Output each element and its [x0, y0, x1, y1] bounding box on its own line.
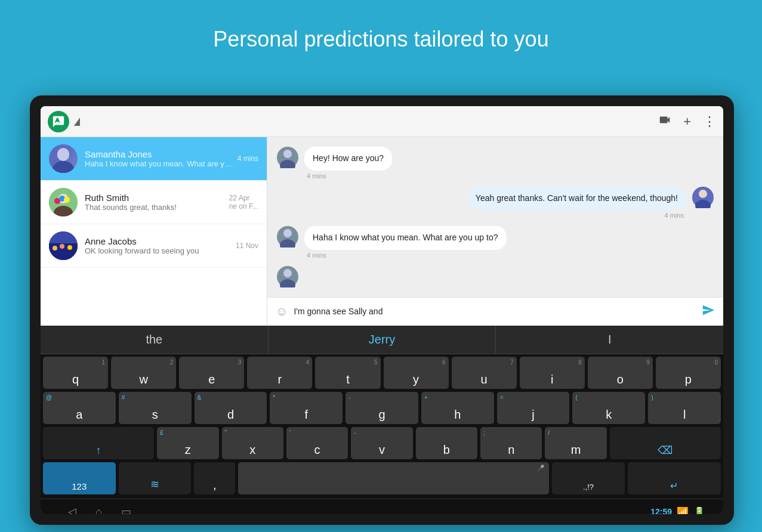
- key-d-symbol: &: [198, 394, 202, 401]
- key-v-letter: v: [379, 444, 385, 456]
- key-h-symbol: +: [424, 394, 428, 401]
- key-k[interactable]: ( k: [572, 392, 645, 424]
- prediction-item-i[interactable]: I: [496, 326, 723, 354]
- message-row-2: Yeah great thanks. Can't wait for the we…: [277, 187, 714, 219]
- key-i-letter: i: [551, 373, 553, 385]
- key-z-symbol: £: [160, 429, 163, 436]
- key-y[interactable]: 6 y: [384, 357, 449, 389]
- key-x-symbol: ": [225, 429, 227, 436]
- key-row-1: 1 q 2 w 3 e 4 r: [43, 357, 721, 389]
- key-w[interactable]: 2 w: [111, 357, 176, 389]
- msg-time-3: 4 mins: [304, 252, 507, 259]
- key-c[interactable]: ' c: [286, 427, 348, 459]
- comma-label: ,: [213, 479, 217, 491]
- num-key[interactable]: 123: [43, 462, 116, 494]
- video-call-icon[interactable]: [658, 113, 671, 129]
- prediction-bar: the Jerry I: [41, 326, 723, 354]
- svg-point-1: [53, 161, 74, 173]
- contact-item-anne[interactable]: Anne Jacobs OK looking forward to seeing…: [41, 224, 267, 268]
- key-i[interactable]: 8 i: [520, 357, 585, 389]
- signal-icon: [74, 117, 80, 126]
- key-p[interactable]: 0 p: [656, 357, 721, 389]
- key-e[interactable]: 3 e: [179, 357, 244, 389]
- app-topbar: + ⋮: [41, 106, 723, 137]
- contact-item-ruth[interactable]: Ruth Smith That sounds great, thanks! 22…: [41, 181, 267, 224]
- key-t[interactable]: 5 t: [315, 357, 380, 389]
- key-q-letter: q: [72, 373, 79, 385]
- key-f-symbol: *: [273, 394, 275, 401]
- msg-avatar-other-3: [277, 226, 298, 248]
- key-o-number: 9: [646, 359, 650, 366]
- chat-messages: Hey! How are you? 4 mins: [267, 137, 723, 297]
- key-row-4: 123 ≋ , 🎤 .,!?: [43, 462, 721, 494]
- back-button[interactable]: ◁: [58, 500, 86, 514]
- msg-avatar-own-2: [692, 187, 714, 208]
- key-f-letter: f: [304, 409, 308, 420]
- emoji-button[interactable]: ☺: [276, 305, 288, 318]
- key-u[interactable]: 7 u: [452, 357, 517, 389]
- key-i-number: 8: [578, 359, 582, 366]
- shift-key[interactable]: ↑: [43, 427, 154, 459]
- svg-point-15: [699, 190, 707, 198]
- key-z[interactable]: £ z: [157, 427, 218, 459]
- key-v[interactable]: - v: [351, 427, 412, 459]
- key-h[interactable]: + h: [421, 392, 494, 424]
- key-e-number: 3: [238, 359, 242, 366]
- tablet-device: + ⋮: [30, 95, 734, 525]
- key-t-number: 5: [374, 359, 378, 366]
- svg-point-17: [283, 229, 292, 237]
- key-s[interactable]: # s: [119, 392, 192, 424]
- contact-time-anne: 11 Nov: [236, 242, 258, 250]
- key-q[interactable]: 1 q: [43, 357, 108, 389]
- backspace-key[interactable]: ⌫: [610, 427, 721, 459]
- key-a[interactable]: @ a: [43, 392, 116, 424]
- key-x-letter: x: [249, 444, 255, 456]
- key-n-symbol: ;: [483, 429, 485, 436]
- home-button[interactable]: ⌂: [86, 501, 112, 514]
- key-l-symbol: ): [651, 394, 653, 401]
- space-key[interactable]: 🎤: [238, 462, 549, 494]
- enter-key[interactable]: ↵: [628, 462, 721, 494]
- avatar-ruth: [49, 188, 78, 216]
- prediction-item-jerry[interactable]: Jerry: [269, 326, 496, 354]
- key-m[interactable]: / m: [545, 427, 606, 459]
- key-j-symbol: =: [500, 394, 504, 401]
- recents-button[interactable]: ▭: [112, 500, 141, 514]
- svg-point-12: [67, 245, 72, 250]
- contact-time-ruth: 22 Apr ne on F...: [229, 194, 258, 211]
- key-x[interactable]: " x: [222, 427, 283, 459]
- key-y-letter: y: [413, 373, 419, 385]
- key-u-number: 7: [510, 359, 514, 366]
- keyboard-area: the Jerry I 1 q 2 w: [41, 326, 723, 514]
- swype-key[interactable]: ≋: [119, 462, 192, 494]
- key-f[interactable]: * f: [270, 392, 343, 424]
- prediction-item-the[interactable]: the: [41, 326, 269, 354]
- key-w-number: 2: [170, 359, 174, 366]
- contact-item-samantha[interactable]: Samantha Jones Haha I know what you mean…: [41, 137, 267, 181]
- send-button[interactable]: [702, 304, 715, 320]
- special-chars-key[interactable]: .,!?: [552, 462, 625, 494]
- key-j[interactable]: = j: [497, 392, 570, 424]
- key-d[interactable]: & d: [195, 392, 267, 424]
- key-n[interactable]: ; n: [480, 427, 542, 459]
- key-k-letter: k: [606, 409, 612, 420]
- special-chars-label: .,!?: [583, 483, 594, 491]
- contact-name-anne: Anne Jacobs: [85, 236, 231, 246]
- swype-icon: ≋: [150, 478, 159, 491]
- key-o[interactable]: 9 o: [588, 357, 653, 389]
- more-options-icon[interactable]: ⋮: [703, 114, 716, 129]
- key-g[interactable]: - g: [345, 392, 418, 424]
- comma-key[interactable]: ,: [194, 462, 235, 494]
- key-o-letter: o: [617, 373, 624, 385]
- key-g-symbol: -: [348, 394, 350, 401]
- chat-input-field[interactable]: I'm gonna see Sally and: [294, 307, 696, 316]
- avatar-samantha: [49, 144, 78, 173]
- key-b[interactable]: b: [416, 427, 477, 459]
- chat-panel: Hey! How are you? 4 mins: [267, 137, 723, 326]
- key-l[interactable]: ) l: [648, 392, 721, 424]
- key-r[interactable]: 4 r: [247, 357, 312, 389]
- backspace-icon: ⌫: [658, 445, 672, 456]
- add-icon[interactable]: +: [683, 114, 691, 129]
- message-row-3: Haha I know what you mean. What are you …: [277, 226, 714, 259]
- key-n-letter: n: [508, 444, 514, 456]
